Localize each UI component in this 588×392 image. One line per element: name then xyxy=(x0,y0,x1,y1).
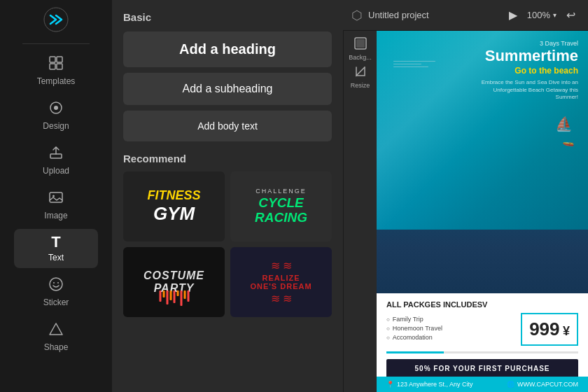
price-amount: 999 xyxy=(529,318,559,340)
undo-button[interactable]: ↩ xyxy=(562,6,580,24)
recommend-card-cycle[interactable]: CHALLENGE CYCLERACING xyxy=(230,172,332,241)
add-body-text-button[interactable]: Add body text xyxy=(123,111,332,141)
zoom-control[interactable]: 100% ▾ xyxy=(527,10,556,20)
svg-point-12 xyxy=(57,282,59,284)
svg-point-11 xyxy=(53,282,55,284)
project-title: Untitled project xyxy=(368,10,499,20)
zoom-dropdown-icon: ▾ xyxy=(553,11,556,19)
play-button[interactable]: ▶ xyxy=(505,6,522,24)
poster-list: Family Trip Honemoon Travel Accomodation xyxy=(386,316,515,343)
templates-label: Templates xyxy=(37,76,76,86)
fitness-top-label: FITNESS xyxy=(147,188,200,203)
background-icon xyxy=(354,37,367,52)
sidebar-item-upload[interactable]: Upload xyxy=(14,139,98,181)
recommend-grid: FITNESS GYM CHALLENGE CYCLERACING COSTUM… xyxy=(123,172,332,317)
sidebar: Templates Design Upload Image xyxy=(0,0,112,392)
text-label: Text xyxy=(48,253,64,262)
costume-bars xyxy=(159,290,189,306)
svg-rect-8 xyxy=(50,192,62,202)
recommend-card-costume[interactable]: COSTUME PARTY xyxy=(123,247,225,317)
image-icon xyxy=(48,190,64,208)
background-tool[interactable]: Backg... xyxy=(348,36,373,62)
poster-list-item: Family Trip xyxy=(386,316,515,323)
poster-progress xyxy=(386,351,578,354)
fitness-bottom-label: GYM xyxy=(147,203,200,225)
shape-icon xyxy=(48,321,64,340)
sidebar-item-image[interactable]: Image xyxy=(14,184,98,226)
sidebar-item-sticker[interactable]: Sticker xyxy=(14,271,98,313)
poster-content-row: Family Trip Honemoon Travel Accomodation… xyxy=(386,313,578,346)
templates-icon xyxy=(48,55,64,74)
poster: ⛵ 🚤 3 Days Travel Summertime Go to the b… xyxy=(377,31,588,392)
upload-icon xyxy=(48,145,64,163)
svg-point-9 xyxy=(52,195,55,197)
footer-website: 🌐 WWW.CAPCUT.COM xyxy=(507,381,578,388)
sidebar-divider xyxy=(22,43,90,44)
design-icon xyxy=(48,100,64,118)
text-icon: T xyxy=(51,234,60,250)
capcut-logo-icon: ⬡ xyxy=(351,8,363,23)
poster-packages-title: ALL PACKGES INCLUDESV xyxy=(386,300,578,309)
sticker-icon xyxy=(48,276,64,295)
cycle-content: CHALLENGE CYCLERACING xyxy=(255,188,307,225)
poster-top-text: 3 Days Travel Summertime Go to the beach… xyxy=(480,39,578,102)
poster-progress-bar xyxy=(386,351,444,354)
poster-footer: 📍 123 Anywhere St., Any City 🌐 WWW.CAPCU… xyxy=(377,377,588,392)
address-text: 123 Anywhere St., Any City xyxy=(397,381,473,388)
svg-rect-3 xyxy=(50,64,55,69)
design-label: Design xyxy=(43,121,69,131)
svg-rect-7 xyxy=(50,154,62,158)
add-heading-button[interactable]: Add a heading xyxy=(123,31,332,67)
recommend-section-title: Recommend xyxy=(123,153,332,164)
price-currency: ¥ xyxy=(563,324,570,338)
sidebar-item-shape[interactable]: Shape xyxy=(14,316,98,358)
text-panel: Basic Add a heading Add a subheading Add… xyxy=(112,0,343,392)
canvas-viewport: Backg... Resize xyxy=(343,31,588,392)
recommend-card-realize[interactable]: ≋ ≋ REALIZEONE'S DREAM ≋ ≋ xyxy=(230,247,332,317)
upload-label: Upload xyxy=(43,166,69,176)
sidebar-item-design[interactable]: Design xyxy=(14,94,98,136)
canvas-area: ⬡ Untitled project ▶ 100% ▾ ↩ Backg... xyxy=(343,0,588,392)
poster-list-item: Honemoon Travel xyxy=(386,325,515,332)
app-logo xyxy=(43,7,69,32)
poster-cta: 50% FOR YOUR FIRST PURCHASE xyxy=(386,359,578,378)
web-icon: 🌐 xyxy=(507,381,514,388)
footer-address: 📍 123 Anywhere St., Any City xyxy=(386,381,473,388)
svg-point-10 xyxy=(50,278,62,290)
svg-rect-4 xyxy=(57,64,62,69)
sidebar-item-templates[interactable]: Templates xyxy=(14,50,98,92)
shape-label: Shape xyxy=(44,342,69,352)
realize-content: ≋ ≋ REALIZEONE'S DREAM ≋ ≋ xyxy=(250,259,312,305)
canvas-topbar: ⬡ Untitled project ▶ 100% ▾ ↩ xyxy=(343,0,588,31)
resize-label: Resize xyxy=(351,82,370,89)
recommend-card-fitness[interactable]: FITNESS GYM xyxy=(123,172,225,241)
location-icon: 📍 xyxy=(386,381,394,388)
poster-list-item: Accomodation xyxy=(386,334,515,341)
poster-embrace: Embrace the Sun and Sea Dive into an Unf… xyxy=(480,79,578,101)
design-canvas[interactable]: ⛵ 🚤 3 Days Travel Summertime Go to the b… xyxy=(377,31,588,392)
image-label: Image xyxy=(44,211,67,220)
poster-beach: Go to the beach xyxy=(480,65,578,77)
poster-days: 3 Days Travel xyxy=(480,39,578,48)
add-subheading-button[interactable]: Add a subheading xyxy=(123,73,332,105)
resize-tool[interactable]: Resize xyxy=(348,64,373,90)
sidebar-item-text[interactable]: T Text xyxy=(14,229,98,268)
svg-point-6 xyxy=(54,106,58,110)
svg-rect-2 xyxy=(57,57,62,62)
cycle-challenge-label: CHALLENGE xyxy=(255,188,307,195)
svg-rect-1 xyxy=(50,57,55,62)
mini-toolbar: Backg... Resize xyxy=(343,31,377,392)
cycle-main-label: CYCLERACING xyxy=(255,196,307,225)
resize-icon xyxy=(354,65,367,80)
poster-bottom: ALL PACKGES INCLUDESV Family Trip Honemo… xyxy=(377,293,588,392)
svg-rect-14 xyxy=(356,39,365,48)
basic-section-title: Basic xyxy=(123,11,332,23)
website-text: WWW.CAPCUT.COM xyxy=(517,381,578,388)
poster-summer: Summertime xyxy=(480,48,578,64)
zoom-value: 100% xyxy=(527,10,550,20)
poster-price-box: 999 ¥ xyxy=(521,313,578,346)
topbar-actions: ▶ 100% ▾ ↩ xyxy=(505,6,580,24)
background-label: Backg... xyxy=(349,54,372,61)
sticker-label: Sticker xyxy=(43,298,69,307)
fitness-text: FITNESS GYM xyxy=(147,188,200,225)
